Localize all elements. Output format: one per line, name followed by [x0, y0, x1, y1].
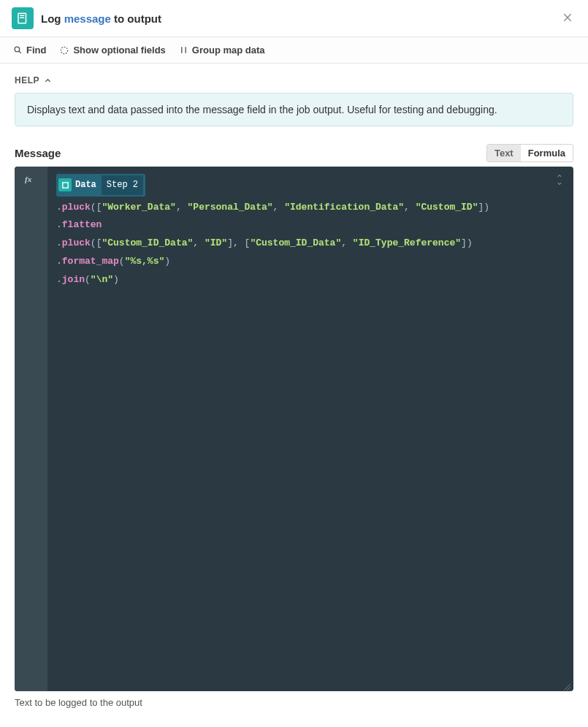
code-line: .flatten: [56, 216, 565, 235]
formula-editor[interactable]: fx Data Step 2 .pluck(["Worker_Data", "P…: [15, 167, 573, 691]
find-button[interactable]: Find: [13, 45, 46, 56]
close-icon[interactable]: [559, 9, 576, 28]
header: Log message to output: [0, 0, 588, 37]
svg-rect-11: [62, 183, 67, 188]
code-line: .pluck(["Custom_ID_Data", "ID"], ["Custo…: [56, 235, 565, 253]
svg-line-14: [570, 690, 570, 690]
page-title: Log message to output: [41, 12, 161, 25]
show-optional-fields-button[interactable]: Show optional fields: [59, 45, 165, 56]
svg-point-7: [61, 47, 68, 53]
resize-handle-icon[interactable]: [562, 680, 571, 689]
search-icon: [13, 45, 23, 55]
code-line: .pluck(["Worker_Data", "Personal_Data", …: [56, 199, 565, 217]
help-toggle[interactable]: HELP: [15, 75, 573, 85]
code-line: .format_map("%s,%s"): [56, 253, 565, 271]
svg-line-6: [19, 51, 21, 53]
text-formula-toggle: Text Formula: [486, 144, 573, 162]
data-pill[interactable]: Data Step 2: [56, 174, 145, 197]
message-label: Message: [15, 147, 61, 159]
field-hint: Text to be logged to the output: [15, 697, 573, 708]
editor-gutter: fx: [15, 167, 47, 691]
chevron-up-icon: [44, 77, 52, 85]
svg-line-12: [564, 684, 570, 690]
help-text: Displays text and data passed into the m…: [15, 93, 573, 126]
columns-icon: [179, 45, 188, 55]
pill-icon: [58, 178, 72, 191]
svg-point-5: [15, 47, 20, 52]
eye-icon: [59, 45, 69, 56]
editor-content[interactable]: Data Step 2 .pluck(["Worker_Data", "Pers…: [47, 167, 573, 691]
svg-text:fx: fx: [25, 175, 32, 183]
fx-icon: fx: [25, 174, 38, 184]
log-icon: [12, 7, 34, 29]
toolbar: Find Show optional fields Group map data: [0, 37, 588, 64]
toggle-text[interactable]: Text: [487, 145, 521, 161]
toggle-formula[interactable]: Formula: [521, 145, 573, 161]
group-map-data-button[interactable]: Group map data: [179, 45, 265, 56]
drag-handle-icon[interactable]: [554, 174, 565, 192]
code-line: .join("\n"): [56, 271, 565, 289]
